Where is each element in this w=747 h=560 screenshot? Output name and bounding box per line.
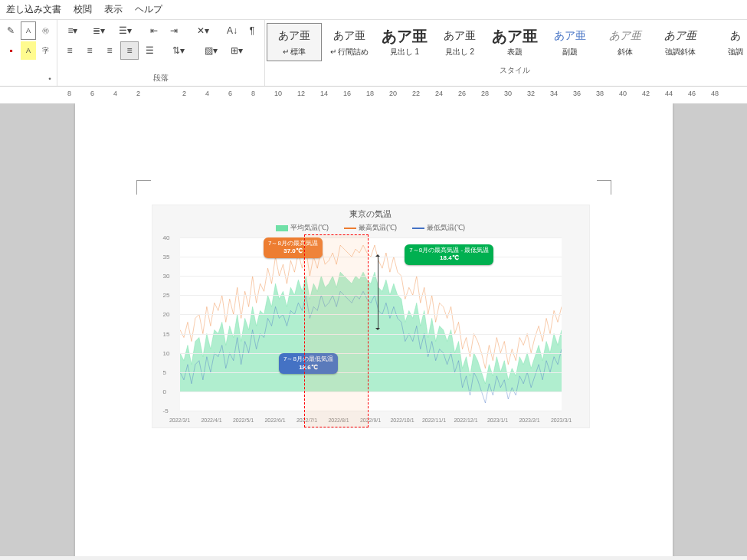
font-color-icon[interactable]: ▪ — [3, 41, 19, 60]
range-arrow-icon — [378, 255, 378, 329]
ruler-tick: 28 — [481, 90, 489, 97]
x-axis-label: 2022/4/1 — [201, 418, 221, 423]
format-painter-icon[interactable]: ✎ — [3, 21, 19, 40]
ruler-tick: 30 — [504, 90, 512, 97]
style-item[interactable]: あア亜表題 — [487, 23, 542, 61]
menu-item[interactable]: ヘルプ — [135, 3, 162, 16]
gridline — [180, 237, 562, 238]
align-justify-icon[interactable]: ≡ — [120, 41, 139, 60]
decrease-indent-icon[interactable]: ⇤ — [145, 21, 163, 40]
ribbon: ✎ A ㊕ ▪ A 字 ⦁ ≡▾ ≣▾ ☰▾ ⇤ ⇥ ✕▾ — [0, 20, 747, 87]
x-axis-label: 2023/2/1 — [519, 418, 539, 423]
style-preview: あア亜 — [609, 27, 641, 45]
ruler-tick: 42 — [642, 90, 650, 97]
paragraph-group: ≡▾ ≣▾ ☰▾ ⇤ ⇥ ✕▾ A↓ ¶ ≡ ≡ ≡ ≡ ☰ ⇅▾ — [57, 20, 265, 86]
style-label: ↵ 標準 — [283, 47, 306, 57]
x-axis-label: 2022/5/1 — [233, 418, 254, 423]
style-label: ↵ 行間詰め — [330, 47, 369, 57]
x-axis-label: 2023/1/1 — [487, 418, 508, 423]
ruler-tick: 44 — [665, 90, 673, 97]
distribute-icon[interactable]: ☰ — [140, 41, 159, 60]
style-item[interactable]: あア亜↵ 行間詰め — [322, 23, 377, 61]
style-label: 表題 — [507, 47, 523, 57]
menu-item[interactable]: 差し込み文書 — [6, 3, 61, 16]
align-center-icon[interactable]: ≡ — [80, 41, 99, 60]
numbering-icon[interactable]: ≣▾ — [87, 21, 111, 40]
line-spacing-icon[interactable]: ⇅▾ — [166, 41, 191, 60]
ruler-tick: 36 — [573, 90, 581, 97]
y-axis-label: -5 — [163, 408, 169, 414]
style-label: 斜体 — [618, 47, 633, 57]
ruler-tick: 6 — [90, 90, 94, 97]
enclose-char-icon[interactable]: ㊕ — [38, 21, 54, 40]
bullets-icon[interactable]: ≡▾ — [61, 21, 85, 40]
gridline — [180, 334, 562, 335]
ruler-tick: 14 — [320, 90, 328, 97]
gridline — [180, 391, 562, 392]
ruler-tick: 26 — [458, 90, 466, 97]
highlight-band — [304, 234, 368, 427]
sort-icon[interactable]: A↓ — [223, 21, 241, 40]
ruler-tick: 32 — [527, 90, 535, 97]
horizontal-ruler: 8642246810121416182022242628303234363840… — [0, 87, 747, 103]
ruler-tick: 2 — [136, 90, 140, 97]
style-preview: あア亜 — [554, 27, 586, 45]
ruby-icon[interactable]: 字 — [38, 41, 54, 60]
style-item[interactable]: あア亜強調斜体 — [653, 23, 708, 61]
character-border-icon[interactable]: A — [21, 21, 37, 40]
ruler-tick: 20 — [389, 90, 397, 97]
style-item[interactable]: あア亜見出し 1 — [377, 23, 432, 61]
style-preview: あア亜 — [664, 27, 696, 45]
styles-group-label: スタイル — [265, 64, 747, 77]
margin-corner-icon — [136, 180, 151, 195]
ruler-tick: 12 — [297, 90, 305, 97]
style-item[interactable]: あ強調 — [708, 23, 747, 61]
style-preview: あ — [730, 27, 741, 45]
style-item[interactable]: あア亜↵ 標準 — [267, 23, 322, 61]
y-axis-label: 0 — [163, 388, 166, 395]
margin-corner-icon — [597, 180, 611, 195]
x-axis-label: 2023/3/1 — [551, 418, 572, 423]
style-item[interactable]: あア亜斜体 — [598, 23, 653, 61]
shading-icon[interactable]: ▨▾ — [198, 41, 223, 60]
increase-indent-icon[interactable]: ⇥ — [165, 21, 183, 40]
style-item[interactable]: あア亜副題 — [542, 23, 598, 61]
menu-item[interactable]: 表示 — [104, 3, 123, 16]
style-preview: あア亜 — [278, 27, 310, 45]
x-axis-label: 2022/3/1 — [169, 418, 190, 423]
ruler-tick: 46 — [688, 90, 696, 97]
asian-layout-icon[interactable]: ✕▾ — [191, 21, 215, 40]
legend-entry: 最高気温(℃) — [344, 223, 397, 233]
group-launcher-icon[interactable]: ⦁ — [3, 74, 54, 84]
gridline — [180, 295, 562, 296]
align-right-icon[interactable]: ≡ — [100, 41, 119, 60]
gridline — [180, 372, 562, 373]
chart-title: 東京の気温 — [152, 205, 589, 223]
ruler-tick: 8 — [251, 90, 255, 97]
embedded-chart[interactable]: 東京の気温 平均気温(℃)最高気温(℃)最低気温(℃) -50510152025… — [152, 205, 590, 428]
legend-entry: 平均気温(℃) — [276, 223, 329, 233]
page: 東京の気温 平均気温(℃)最高気温(℃)最低気温(℃) -50510152025… — [75, 103, 673, 556]
ruler-tick: 6 — [228, 90, 232, 97]
y-axis-label: 5 — [163, 368, 166, 375]
show-marks-icon[interactable]: ¶ — [243, 21, 261, 40]
y-axis-label: 30 — [163, 273, 170, 280]
ruler-tick: 48 — [711, 90, 719, 97]
menu-bar: 差し込み文書 校閲 表示 ヘルプ — [0, 0, 747, 20]
y-axis-label: 15 — [163, 330, 170, 337]
y-axis-label: 35 — [163, 254, 170, 260]
x-axis-label: 2022/11/1 — [422, 418, 446, 423]
y-axis-label: 40 — [163, 234, 170, 241]
ruler-tick: 22 — [412, 90, 420, 97]
style-label: 強調 — [728, 47, 743, 57]
menu-item[interactable]: 校閲 — [74, 3, 92, 16]
highlight-icon[interactable]: A — [21, 41, 37, 60]
multilevel-icon[interactable]: ☰▾ — [113, 21, 137, 40]
x-axis-label: 2022/10/1 — [390, 418, 414, 423]
style-item[interactable]: あア亜見出し 2 — [432, 23, 487, 61]
style-label: 副題 — [562, 47, 578, 57]
ruler-tick: 10 — [274, 90, 282, 97]
borders-icon[interactable]: ⊞▾ — [224, 41, 249, 60]
gridline — [180, 411, 562, 411]
align-left-icon[interactable]: ≡ — [61, 41, 79, 60]
